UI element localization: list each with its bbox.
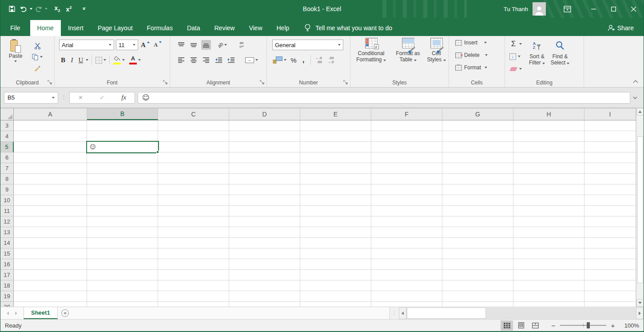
- avatar[interactable]: [533, 2, 546, 16]
- cell-H3[interactable]: [513, 120, 584, 131]
- row-header-15[interactable]: 15: [0, 248, 14, 259]
- cell-E11[interactable]: [300, 206, 371, 216]
- cell-I18[interactable]: [584, 280, 636, 291]
- horizontal-scrollbar[interactable]: ⋮: [390, 307, 644, 319]
- borders-dropdown[interactable]: [103, 59, 106, 61]
- cell-C8[interactable]: [158, 174, 229, 184]
- delete-cells-button[interactable]: ✕ Delete: [455, 50, 505, 60]
- scroll-left-button[interactable]: [399, 308, 406, 319]
- cell-G10[interactable]: [442, 195, 513, 206]
- cell-I6[interactable]: [584, 152, 636, 163]
- underline-dropdown[interactable]: [86, 59, 88, 61]
- cell-D8[interactable]: [229, 174, 300, 184]
- redo-dropdown[interactable]: [45, 8, 48, 10]
- cell-I3[interactable]: [584, 120, 636, 131]
- bottom-align-button[interactable]: [201, 40, 211, 50]
- find-select-button[interactable]: Find & Select: [549, 38, 572, 77]
- orientation-button[interactable]: ab: [217, 42, 227, 48]
- tab-review[interactable]: Review: [207, 20, 242, 36]
- cell-I7[interactable]: [584, 163, 636, 174]
- font-name-select[interactable]: Arial: [59, 40, 114, 50]
- cell-E20[interactable]: [300, 302, 371, 307]
- cell-A7[interactable]: [14, 163, 87, 174]
- cell-F8[interactable]: [371, 174, 442, 184]
- format-painter-button[interactable]: [32, 64, 43, 72]
- vertical-scrollbar[interactable]: [636, 108, 644, 307]
- cell-C9[interactable]: [158, 184, 229, 195]
- cell-D11[interactable]: [229, 206, 300, 216]
- fill-button[interactable]: ↓: [509, 51, 522, 62]
- bold-button[interactable]: B: [59, 56, 67, 64]
- cell-E3[interactable]: [300, 120, 371, 131]
- cell-H10[interactable]: [513, 195, 584, 206]
- cell-B10[interactable]: [87, 195, 158, 206]
- cell-A17[interactable]: [14, 270, 87, 280]
- cell-I13[interactable]: [584, 227, 636, 238]
- autosum-button[interactable]: Σ: [509, 39, 522, 49]
- cell-E16[interactable]: [300, 259, 371, 270]
- cell-A19[interactable]: [14, 291, 87, 302]
- cell-D9[interactable]: [229, 184, 300, 195]
- cell-A13[interactable]: [14, 227, 87, 238]
- cell-C10[interactable]: [158, 195, 229, 206]
- cell-C19[interactable]: [158, 291, 229, 302]
- cell-styles-button[interactable]: Cell Styles: [425, 36, 448, 75]
- tab-data[interactable]: Data: [180, 20, 207, 36]
- row-header-19[interactable]: 19: [0, 291, 14, 302]
- cell-H8[interactable]: [513, 174, 584, 184]
- row-header-9[interactable]: 9: [0, 184, 14, 195]
- cell-F18[interactable]: [371, 280, 442, 291]
- normal-view-button[interactable]: [501, 320, 513, 331]
- tell-me-box[interactable]: Tell me what you want to do: [304, 20, 392, 36]
- column-header-F[interactable]: F: [371, 108, 442, 120]
- cell-H7[interactable]: [513, 163, 584, 174]
- cell-B14[interactable]: [87, 238, 158, 248]
- cell-B6[interactable]: [87, 152, 158, 163]
- enter-button[interactable]: ✓: [100, 94, 105, 101]
- cell-H19[interactable]: [513, 291, 584, 302]
- cell-D7[interactable]: [229, 163, 300, 174]
- cell-F14[interactable]: [371, 238, 442, 248]
- row-header-14[interactable]: 14: [0, 238, 14, 248]
- font-color-dropdown[interactable]: [138, 59, 141, 61]
- fill-color-button[interactable]: [113, 56, 121, 65]
- zoom-slider[interactable]: [560, 325, 606, 326]
- cell-H18[interactable]: [513, 280, 584, 291]
- share-button[interactable]: Share: [597, 20, 644, 36]
- alignment-dialog-launcher[interactable]: [259, 79, 265, 85]
- cell-C6[interactable]: [158, 152, 229, 163]
- row-header-13[interactable]: 13: [0, 227, 14, 238]
- cell-E15[interactable]: [300, 248, 371, 259]
- cell-I17[interactable]: [584, 270, 636, 280]
- cell-C4[interactable]: [158, 131, 229, 142]
- cell-C5[interactable]: [158, 142, 229, 152]
- cell-F4[interactable]: [371, 131, 442, 142]
- cell-D20[interactable]: [229, 302, 300, 307]
- next-sheet-button[interactable]: [15, 312, 17, 315]
- cell-H12[interactable]: [513, 216, 584, 227]
- cell-A20[interactable]: [14, 302, 87, 307]
- row-header-3[interactable]: 3: [0, 120, 14, 131]
- row-header-12[interactable]: 12: [0, 216, 14, 227]
- column-header-G[interactable]: G: [442, 108, 513, 120]
- cell-C15[interactable]: [158, 248, 229, 259]
- select-all-button[interactable]: [0, 108, 14, 120]
- formula-input[interactable]: ☺: [138, 92, 630, 104]
- accounting-format-button[interactable]: [272, 56, 287, 64]
- cell-E18[interactable]: [300, 280, 371, 291]
- increase-decimal-button[interactable]: ←.0.00: [315, 56, 322, 64]
- comma-style-button[interactable]: ,: [300, 55, 306, 65]
- row-header-10[interactable]: 10: [0, 195, 14, 206]
- column-header-I[interactable]: I: [584, 108, 636, 120]
- undo-button[interactable]: [18, 3, 29, 15]
- minimize-button[interactable]: [584, 0, 604, 18]
- cell-B4[interactable]: [87, 131, 158, 142]
- number-dialog-launcher[interactable]: [342, 79, 349, 85]
- cell-I19[interactable]: [584, 291, 636, 302]
- cell-A10[interactable]: [14, 195, 87, 206]
- cell-F15[interactable]: [371, 248, 442, 259]
- column-header-E[interactable]: E: [300, 108, 371, 120]
- cell-I15[interactable]: [584, 248, 636, 259]
- cell-D16[interactable]: [229, 259, 300, 270]
- row-header-7[interactable]: 7: [0, 163, 14, 174]
